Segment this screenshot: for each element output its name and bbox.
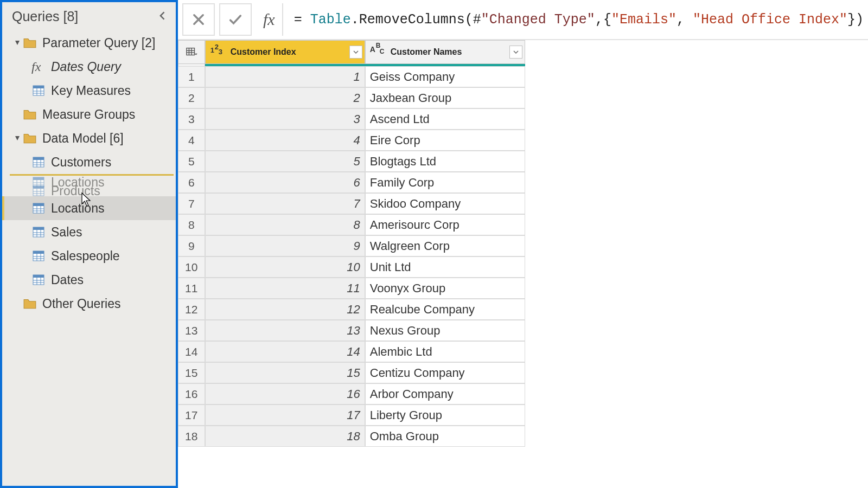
- table-row[interactable]: 33Ascend Ltd: [178, 108, 868, 130]
- row-number: 9: [178, 235, 205, 256]
- fx-icon: fx: [31, 60, 48, 74]
- table-row[interactable]: 1616Arbor Company: [178, 383, 868, 404]
- cell-customer-index[interactable]: 10: [205, 256, 365, 278]
- cell-customer-index[interactable]: 6: [205, 172, 365, 193]
- table-row[interactable]: 55Blogtags Ltd: [178, 151, 868, 172]
- cell-customer-name[interactable]: Geiss Company: [365, 66, 525, 87]
- cell-customer-index[interactable]: 15: [205, 362, 365, 383]
- table-row[interactable]: 1010Unit Ltd: [178, 256, 868, 278]
- cell-customer-index[interactable]: 17: [205, 404, 365, 426]
- row-number: 6: [178, 172, 205, 193]
- folder-icon: [23, 37, 39, 49]
- queries-pane: Queries [8] Parameter Query [2]fxDates Q…: [0, 0, 178, 488]
- row-number: 10: [178, 256, 205, 278]
- cell-customer-name[interactable]: Blogtags Ltd: [365, 151, 525, 172]
- table-row[interactable]: 1818Omba Group: [178, 426, 868, 447]
- table-row[interactable]: 22Jaxbean Group: [178, 87, 868, 108]
- table-row[interactable]: 1313Nexus Group: [178, 320, 868, 341]
- expand-toggle-icon[interactable]: [12, 135, 23, 142]
- row-number: 1: [178, 66, 205, 87]
- cell-customer-index[interactable]: 14: [205, 341, 365, 362]
- query-item[interactable]: Sales: [2, 220, 176, 244]
- cell-customer-index[interactable]: 9: [205, 235, 365, 256]
- column-header-customer-index[interactable]: 123 Customer Index: [205, 40, 365, 64]
- query-folder[interactable]: Data Model [6]: [2, 126, 176, 150]
- cell-customer-name[interactable]: Omba Group: [365, 426, 525, 447]
- cell-customer-name[interactable]: Amerisourc Corp: [365, 214, 525, 235]
- cancel-formula-button[interactable]: [182, 3, 215, 36]
- query-item[interactable]: Salespeople: [2, 244, 176, 268]
- commit-formula-button[interactable]: [219, 3, 252, 36]
- table-icon: [31, 274, 48, 286]
- cell-customer-index[interactable]: 11: [205, 278, 365, 299]
- cell-customer-name[interactable]: Eire Corp: [365, 130, 525, 151]
- cell-customer-name[interactable]: Ascend Ltd: [365, 108, 525, 130]
- cell-customer-name[interactable]: Skidoo Company: [365, 193, 525, 214]
- table-row[interactable]: 77Skidoo Company: [178, 193, 868, 214]
- fx-icon: fx: [256, 3, 283, 36]
- query-folder[interactable]: Measure Groups: [2, 102, 176, 126]
- table-row[interactable]: 1717Liberty Group: [178, 404, 868, 426]
- folder-icon: [23, 298, 39, 310]
- column-header-customer-names[interactable]: ABC Customer Names: [365, 40, 525, 64]
- query-folder[interactable]: Parameter Query [2]: [2, 31, 176, 55]
- cell-customer-index[interactable]: 13: [205, 320, 365, 341]
- query-folder[interactable]: Other Queries: [2, 292, 176, 316]
- row-number: 8: [178, 214, 205, 235]
- cell-customer-name[interactable]: Alembic Ltd: [365, 341, 525, 362]
- query-item[interactable]: fxDates Query: [2, 55, 176, 79]
- svg-rect-7: [33, 157, 44, 160]
- table-row[interactable]: 11Geiss Company: [178, 66, 868, 87]
- table-row[interactable]: 66Family Corp: [178, 172, 868, 193]
- query-item[interactable]: Dates: [2, 268, 176, 292]
- table-menu-button[interactable]: [178, 40, 205, 64]
- cell-customer-name[interactable]: Realcube Company: [365, 299, 525, 320]
- cell-customer-name[interactable]: Nexus Group: [365, 320, 525, 341]
- cell-customer-name[interactable]: Centizu Company: [365, 362, 525, 383]
- table-row[interactable]: 99Walgreen Corp: [178, 235, 868, 256]
- cell-customer-index[interactable]: 8: [205, 214, 365, 235]
- svg-rect-43: [33, 275, 44, 278]
- cell-customer-name[interactable]: Arbor Company: [365, 383, 525, 404]
- cell-customer-name[interactable]: Liberty Group: [365, 404, 525, 426]
- table-row[interactable]: 1212Realcube Company: [178, 299, 868, 320]
- row-number: 18: [178, 426, 205, 447]
- cell-customer-index[interactable]: 3: [205, 108, 365, 130]
- row-number: 14: [178, 341, 205, 362]
- table-row[interactable]: 1414Alembic Ltd: [178, 341, 868, 362]
- collapse-pane-icon[interactable]: [157, 10, 168, 23]
- column-filter-button[interactable]: [509, 46, 522, 59]
- cell-customer-name[interactable]: Unit Ltd: [365, 256, 525, 278]
- row-number: 12: [178, 299, 205, 320]
- cell-customer-name[interactable]: Jaxbean Group: [365, 87, 525, 108]
- cell-customer-index[interactable]: 4: [205, 130, 365, 151]
- svg-rect-1: [33, 86, 44, 88]
- query-item-dragging[interactable]: LocationsProducts: [2, 172, 176, 196]
- query-item[interactable]: Locations: [2, 196, 176, 220]
- cell-customer-index[interactable]: 1: [205, 66, 365, 87]
- table-icon: [31, 202, 48, 214]
- row-number: 4: [178, 130, 205, 151]
- column-filter-button[interactable]: [349, 46, 362, 59]
- table-row[interactable]: 88Amerisourc Corp: [178, 214, 868, 235]
- table-row[interactable]: 44Eire Corp: [178, 130, 868, 151]
- cell-customer-index[interactable]: 12: [205, 299, 365, 320]
- table-row[interactable]: 1111Voonyx Group: [178, 278, 868, 299]
- cell-customer-index[interactable]: 18: [205, 426, 365, 447]
- cell-customer-name[interactable]: Family Corp: [365, 172, 525, 193]
- row-number: 16: [178, 383, 205, 404]
- cell-customer-index[interactable]: 16: [205, 383, 365, 404]
- cell-customer-index[interactable]: 2: [205, 87, 365, 108]
- formula-input[interactable]: = Table.RemoveColumns(#"Changed Type",{"…: [283, 12, 864, 28]
- cell-customer-index[interactable]: 7: [205, 193, 365, 214]
- svg-rect-37: [33, 251, 44, 254]
- row-number: 13: [178, 320, 205, 341]
- cell-customer-name[interactable]: Walgreen Corp: [365, 235, 525, 256]
- formula-bar: fx = Table.RemoveColumns(#"Changed Type"…: [178, 0, 868, 40]
- query-item[interactable]: Key Measures: [2, 79, 176, 102]
- cell-customer-index[interactable]: 5: [205, 151, 365, 172]
- row-number: 11: [178, 278, 205, 299]
- table-row[interactable]: 1515Centizu Company: [178, 362, 868, 383]
- expand-toggle-icon[interactable]: [12, 40, 23, 46]
- cell-customer-name[interactable]: Voonyx Group: [365, 278, 525, 299]
